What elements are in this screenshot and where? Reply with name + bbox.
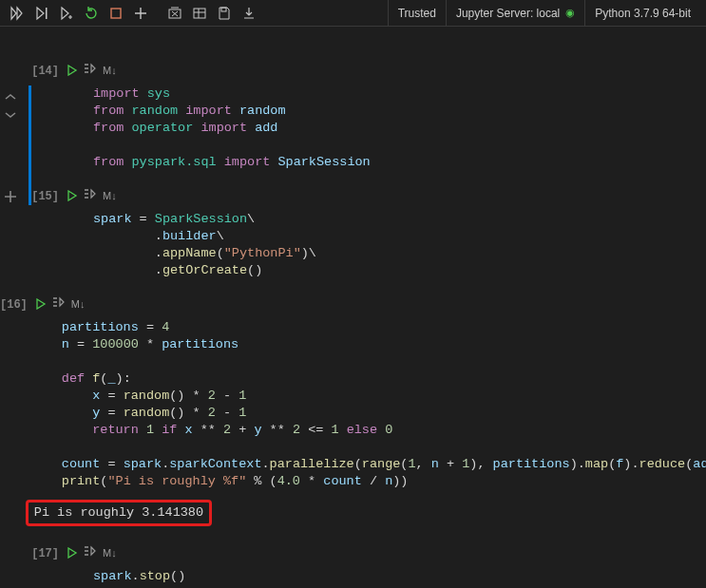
active-cell-indicator (29, 85, 31, 205)
cell-toolbar: M↓ (35, 294, 706, 313)
run-cell-button[interactable] (67, 65, 78, 76)
collapse-down-icon[interactable] (4, 109, 17, 123)
code-cell: [15] M↓ spark = SparkSession\ .builder\ … (0, 186, 706, 289)
svg-rect-3 (194, 9, 205, 18)
markdown-toggle[interactable]: M↓ (103, 190, 117, 201)
code-cell: [17] M↓ spark.stop() (0, 543, 706, 588)
cell-toolbar: M↓ (67, 186, 696, 205)
insert-cell-button[interactable] (4, 190, 17, 207)
cell-prompt: [17] (0, 543, 67, 588)
add-cell-button[interactable] (129, 2, 152, 25)
notebook-toolbar: Trusted Jupyter Server: local ◉ Python 3… (0, 0, 706, 27)
run-above-button[interactable] (30, 2, 53, 25)
clear-output-button[interactable] (163, 2, 186, 25)
svg-rect-1 (111, 9, 121, 18)
svg-rect-0 (46, 8, 48, 19)
markdown-toggle[interactable]: M↓ (71, 298, 86, 310)
run-by-line-button[interactable] (84, 188, 97, 203)
server-label: Jupyter Server: local (456, 7, 560, 20)
interrupt-kernel-button[interactable] (105, 2, 127, 25)
run-cell-button[interactable] (67, 190, 78, 201)
code-cell: [14] M↓ import sys from random import ra… (0, 61, 706, 180)
run-by-line-button[interactable] (84, 63, 97, 78)
server-status-icon: ◉ (565, 7, 575, 19)
collapse-up-icon[interactable] (4, 91, 17, 105)
variables-button[interactable] (188, 2, 211, 25)
cell-output: Pi is roughly 3.141380 (34, 505, 203, 520)
run-cell-button[interactable] (67, 547, 78, 559)
code-editor[interactable]: import sys from random import random fro… (67, 84, 696, 180)
output-highlight: Pi is roughly 3.141380 (26, 500, 212, 526)
toolbar-left-group (6, 2, 260, 25)
svg-rect-4 (221, 8, 226, 11)
notebook-body: [14] M↓ import sys from random import ra… (0, 27, 706, 588)
toolbar-right-group: Trusted Jupyter Server: local ◉ Python 3… (388, 0, 700, 27)
run-cell-button[interactable] (35, 298, 47, 310)
code-editor[interactable]: partitions = 4 n = 100000 * partitions d… (35, 317, 706, 500)
code-editor[interactable]: spark.stop() (67, 566, 696, 588)
run-all-button[interactable] (6, 2, 29, 25)
code-cell: [16] M↓ partitions = 4 n = 100000 * part… (0, 294, 706, 526)
cell-prompt: [16] (0, 294, 35, 526)
code-editor[interactable]: spark = SparkSession\ .builder\ .appName… (67, 209, 696, 289)
cell-toolbar: M↓ (67, 61, 696, 80)
jupyter-server-indicator[interactable]: Jupyter Server: local ◉ (446, 0, 584, 27)
save-button[interactable] (213, 2, 236, 25)
run-by-line-button[interactable] (52, 296, 66, 312)
markdown-toggle[interactable]: M↓ (103, 65, 117, 76)
cell-toolbar: M↓ (67, 543, 696, 562)
restart-kernel-button[interactable] (80, 2, 103, 25)
markdown-toggle[interactable]: M↓ (103, 547, 117, 559)
trusted-indicator[interactable]: Trusted (388, 0, 446, 27)
export-button[interactable] (238, 2, 260, 25)
run-below-button[interactable] (55, 2, 78, 25)
kernel-indicator[interactable]: Python 3.7.9 64-bit (584, 0, 700, 27)
run-by-line-button[interactable] (84, 545, 97, 560)
cell-fold-controls (4, 91, 17, 123)
